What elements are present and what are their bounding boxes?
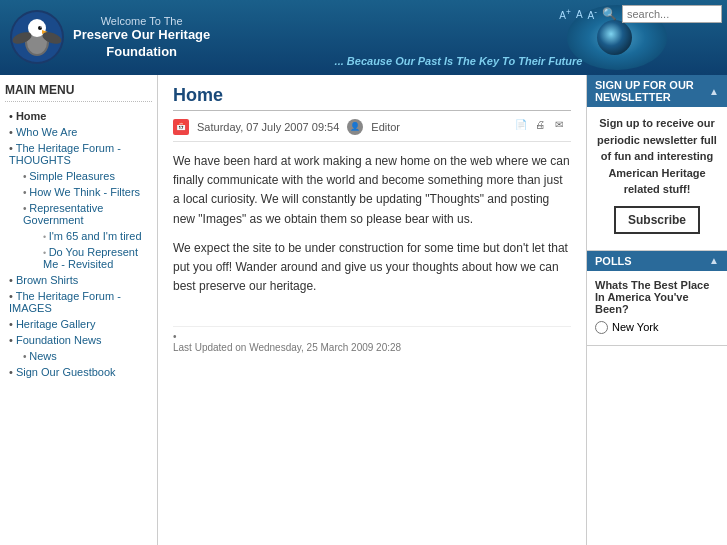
- font-normal-btn[interactable]: A: [576, 9, 583, 20]
- org-name-line2: Foundation: [106, 44, 177, 59]
- header-tagline: ... Because Our Past Is The Key To Their…: [190, 55, 727, 67]
- main-layout: MAIN MENU Home Who We Are The Heritage F…: [0, 75, 727, 545]
- font-decrease-btn[interactable]: A-: [588, 7, 597, 21]
- sidebar-item-forum-images[interactable]: The Heritage Forum - IMAGES: [5, 288, 152, 316]
- content-paragraph-1: We have been hard at work making a new h…: [173, 152, 571, 229]
- sidebar-item-who-we-are[interactable]: Who We Are: [5, 124, 152, 140]
- last-updated: • Last Updated on Wednesday, 25 March 20…: [173, 326, 571, 353]
- sidebar-item-simple-pleasures[interactable]: Simple Pleasures: [19, 168, 152, 184]
- logo-area: Welcome To The Preserve Our Heritage Fou…: [0, 5, 220, 70]
- sidebar-item-guestbook[interactable]: Sign Our Guestbook: [5, 364, 152, 380]
- newsletter-body: Sign up to receive our periodic newslett…: [587, 107, 727, 250]
- newsletter-title: SIGN UP FOR OUR NEWSLETTER: [595, 79, 709, 103]
- eagle-logo: [10, 10, 65, 65]
- header-title: Welcome To The Preserve Our Heritage Fou…: [73, 15, 210, 61]
- post-action-icons: 📄 🖨 ✉: [515, 119, 571, 135]
- site-header: Welcome To The Preserve Our Heritage Fou…: [0, 0, 727, 75]
- sidebar-item-home[interactable]: Home: [5, 108, 152, 124]
- search-icon: 🔍: [602, 7, 617, 21]
- sidebar-item-representative-government[interactable]: Representative Government: [19, 200, 152, 228]
- sidebar-item-news[interactable]: News: [19, 348, 152, 364]
- poll-label-newyork: New York: [612, 321, 658, 333]
- sidebar-item-heritage-gallery[interactable]: Heritage Gallery: [5, 316, 152, 332]
- sidebar-item-how-we-think[interactable]: How We Think - Filters: [19, 184, 152, 200]
- content-paragraph-2: We expect the site to be under construct…: [173, 239, 571, 297]
- font-increase-btn[interactable]: A+: [559, 7, 571, 21]
- sidebar-item-foundation-news[interactable]: Foundation News: [5, 332, 152, 348]
- page-title: Home: [173, 85, 571, 111]
- sidebar-sub2: I'm 65 and I'm tired Do You Represent Me…: [19, 228, 152, 272]
- sidebar-sub-thoughts: Simple Pleasures How We Think - Filters …: [5, 168, 152, 272]
- newsletter-collapse-btn[interactable]: ▲: [709, 86, 719, 97]
- sidebar: MAIN MENU Home Who We Are The Heritage F…: [0, 75, 158, 545]
- post-meta: 📅 Saturday, 07 July 2007 09:54 👤 Editor …: [173, 119, 571, 142]
- post-date: Saturday, 07 July 2007 09:54: [197, 121, 339, 133]
- newsletter-header: SIGN UP FOR OUR NEWSLETTER ▲: [587, 75, 727, 107]
- right-sidebar: SIGN UP FOR OUR NEWSLETTER ▲ Sign up to …: [587, 75, 727, 545]
- polls-section: POLLS ▲ Whats The Best Place In America …: [587, 251, 727, 346]
- sidebar-item-65-tired[interactable]: I'm 65 and I'm tired: [39, 228, 152, 244]
- sidebar-sub-news: News: [5, 348, 152, 364]
- svg-point-7: [40, 26, 41, 27]
- polls-body: Whats The Best Place In America You've B…: [587, 271, 727, 345]
- print-icon[interactable]: 🖨: [535, 119, 551, 135]
- email-icon[interactable]: ✉: [555, 119, 571, 135]
- pdf-icon[interactable]: 📄: [515, 119, 531, 135]
- polls-question: Whats The Best Place In America You've B…: [595, 279, 719, 315]
- poll-option-newyork: New York: [595, 321, 719, 334]
- newsletter-text: Sign up to receive our periodic newslett…: [595, 115, 719, 198]
- sidebar-item-represent-me[interactable]: Do You Represent Me - Revisited: [39, 244, 152, 272]
- sidebar-item-forum-thoughts[interactable]: The Heritage Forum - THOUGHTS: [5, 140, 152, 168]
- sidebar-item-brown-shirts[interactable]: Brown Shirts: [5, 272, 152, 288]
- newsletter-section: SIGN UP FOR OUR NEWSLETTER ▲ Sign up to …: [587, 75, 727, 251]
- menu-title: MAIN MENU: [5, 83, 152, 102]
- search-input[interactable]: [622, 5, 722, 23]
- main-content: Home 📅 Saturday, 07 July 2007 09:54 👤 Ed…: [158, 75, 587, 545]
- eye-pupil-graphic: [597, 20, 632, 55]
- poll-radio-newyork[interactable]: [595, 321, 608, 334]
- user-icon: 👤: [347, 119, 363, 135]
- polls-header: POLLS ▲: [587, 251, 727, 271]
- polls-collapse-btn[interactable]: ▲: [709, 255, 719, 266]
- post-author: Editor: [371, 121, 400, 133]
- calendar-icon: 📅: [173, 119, 189, 135]
- polls-title: POLLS: [595, 255, 632, 267]
- header-controls: A+ A A- 🔍: [559, 5, 722, 23]
- subscribe-button[interactable]: Subscribe: [614, 206, 700, 234]
- org-name-line1: Preserve Our Heritage: [73, 27, 210, 42]
